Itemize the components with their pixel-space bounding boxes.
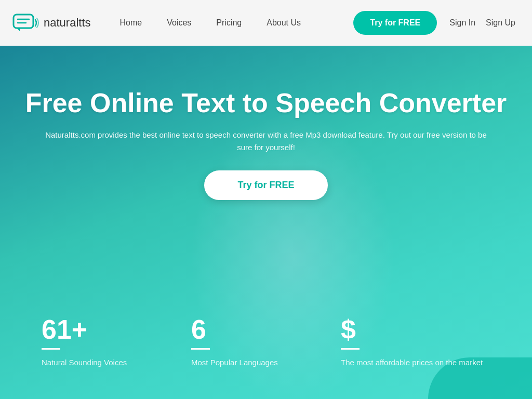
stat-languages-number: 6: [191, 316, 341, 343]
nav-pricing[interactable]: Pricing: [204, 0, 254, 46]
hero-title: Free Online Text to Speech Converter: [10, 87, 522, 118]
svg-rect-0: [14, 15, 33, 28]
sign-in-link[interactable]: Sign In: [445, 18, 480, 28]
logo-text: naturaltts: [44, 16, 91, 30]
stat-languages-label: Most Popular Languages: [191, 357, 341, 368]
nav-home[interactable]: Home: [108, 0, 155, 46]
stat-price-divider: [341, 348, 360, 350]
navbar: naturaltts Home Voices Pricing About Us …: [0, 0, 532, 46]
hero-try-free-button[interactable]: Try for FREE: [204, 170, 327, 200]
hero-subtitle: Naturaltts.com provides the best online …: [43, 129, 489, 154]
stats-section: 61+ Natural Sounding Voices 6 Most Popul…: [0, 316, 532, 368]
stat-price: $ The most affordable prices on the mark…: [341, 316, 490, 368]
hero-content: Free Online Text to Speech Converter Nat…: [0, 87, 532, 200]
logo-icon: [12, 12, 39, 33]
stat-voices-number: 61+: [42, 316, 191, 343]
nav-links: Home Voices Pricing About Us: [108, 0, 354, 46]
nav-auth: Sign In Sign Up: [445, 18, 520, 28]
sign-up-link[interactable]: Sign Up: [482, 18, 520, 28]
stat-price-label: The most affordable prices on the market: [341, 357, 490, 368]
stat-voices: 61+ Natural Sounding Voices: [42, 316, 191, 368]
nav-try-free-button[interactable]: Try for FREE: [353, 11, 437, 35]
nav-voices[interactable]: Voices: [154, 0, 204, 46]
stat-languages: 6 Most Popular Languages: [191, 316, 341, 368]
nav-about-us[interactable]: About Us: [254, 0, 313, 46]
stat-voices-divider: [42, 348, 60, 350]
logo[interactable]: naturaltts: [12, 12, 91, 33]
stat-voices-label: Natural Sounding Voices: [42, 357, 191, 368]
hero-section: Free Online Text to Speech Converter Nat…: [0, 46, 532, 399]
stat-languages-divider: [191, 348, 210, 350]
stat-price-number: $: [341, 316, 490, 343]
